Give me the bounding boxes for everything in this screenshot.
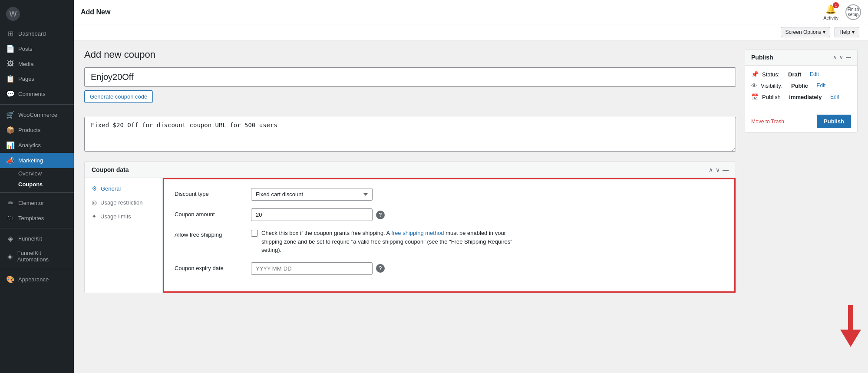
topbar: Add New 🔔 1 Activity Finish setup <box>74 0 868 24</box>
sidebar-item-products[interactable]: 📦 Products <box>0 122 74 138</box>
publish-panel-title: Publish <box>751 54 773 61</box>
sidebar-label-comments: Comments <box>18 91 46 97</box>
tab-general[interactable]: ⚙ General <box>85 182 162 195</box>
topbar-right: 🔔 1 Activity Finish setup <box>823 4 861 20</box>
pages-icon: 📋 <box>6 75 15 83</box>
discount-type-select[interactable]: Percentage discount Fixed cart discount … <box>251 188 373 201</box>
sidebar-item-dashboard[interactable]: ⊞ Dashboard <box>0 26 74 41</box>
usage-restriction-tab-icon: ◎ <box>92 199 97 206</box>
sidebar-divider-1 <box>0 104 74 105</box>
sidebar: W ⊞ Dashboard 📄 Posts 🖼 Media 📋 Pages 💬 … <box>0 0 74 373</box>
sidebar-item-marketing[interactable]: 📣 Marketing <box>0 153 74 168</box>
sidebar-item-posts[interactable]: 📄 Posts <box>0 41 74 56</box>
expiry-date-control: ? <box>251 262 724 275</box>
screen-options-chevron: ▾ <box>823 29 825 35</box>
page-heading: Add new coupon <box>84 49 736 60</box>
status-icon: 📌 <box>751 71 759 78</box>
publish-time-row: 📅 Publish immediately Edit <box>751 93 851 100</box>
coupon-amount-label: Coupon amount <box>175 208 244 218</box>
sidebar-subitem-coupons[interactable]: Coupons <box>0 179 74 190</box>
overview-label: Overview <box>18 170 42 177</box>
publish-close[interactable]: — <box>846 54 851 60</box>
sidebar-item-comments[interactable]: 💬 Comments <box>0 86 74 102</box>
free-shipping-link[interactable]: free shipping method <box>391 230 444 236</box>
publish-collapse-down[interactable]: ∨ <box>839 54 843 60</box>
analytics-icon: 📊 <box>6 141 15 149</box>
free-shipping-checkbox[interactable] <box>251 230 258 237</box>
coupon-code-input[interactable] <box>84 67 736 87</box>
coupon-amount-input[interactable] <box>251 208 373 221</box>
coupon-amount-help-icon[interactable]: ? <box>376 211 385 219</box>
visibility-label: Visibility: <box>761 83 782 89</box>
expiry-date-input[interactable] <box>251 262 373 275</box>
sidebar-divider-4 <box>0 269 74 269</box>
wordpress-logo: W <box>6 7 20 21</box>
help-button[interactable]: Help ▾ <box>835 27 859 37</box>
topbar-title: Add New <box>81 8 110 16</box>
panel-collapse-up[interactable]: ∧ <box>709 166 713 173</box>
coupon-amount-row: Coupon amount ? <box>175 208 724 221</box>
finish-setup-button[interactable]: Finish setup <box>845 4 861 20</box>
publish-collapse-up[interactable]: ∧ <box>833 54 837 60</box>
sidebar-divider-2 <box>0 192 74 193</box>
expiry-date-help-icon[interactable]: ? <box>376 264 385 273</box>
sidebar-item-woocommerce[interactable]: 🛒 WooCommerce <box>0 107 74 122</box>
generate-coupon-button[interactable]: Generate coupon code <box>84 90 153 103</box>
publish-panel-footer: Move to Trash Publish <box>745 110 857 132</box>
screen-options-button[interactable]: Screen Options ▾ <box>781 27 831 37</box>
content-header: Screen Options ▾ Help ▾ <box>74 24 868 40</box>
coupon-amount-control: ? <box>251 208 724 221</box>
coupons-label: Coupons <box>18 181 43 188</box>
sidebar-item-templates[interactable]: 🗂 Templates <box>0 211 74 225</box>
calendar-icon: 📅 <box>751 93 759 100</box>
visibility-edit-link[interactable]: Edit <box>817 83 826 89</box>
activity-button[interactable]: 🔔 1 Activity <box>823 4 838 20</box>
media-icon: 🖼 <box>6 60 15 68</box>
panel-close[interactable]: — <box>723 166 729 173</box>
sidebar-subitem-overview[interactable]: Overview <box>0 168 74 179</box>
sidebar-label-posts: Posts <box>18 46 33 52</box>
screen-options-label: Screen Options <box>785 29 822 35</box>
activity-label: Activity <box>823 15 838 20</box>
status-edit-link[interactable]: Edit <box>810 71 819 77</box>
sidebar-label-dashboard: Dashboard <box>18 30 46 37</box>
panel-collapse-down[interactable]: ∨ <box>716 166 720 173</box>
sidebar-logo[interactable]: W <box>0 0 74 26</box>
sidebar-item-elementor[interactable]: ✏ Elementor <box>0 195 74 211</box>
tab-usage-restriction[interactable]: ◎ Usage restriction <box>85 195 162 209</box>
free-shipping-description: Check this box if the coupon grants free… <box>261 229 513 254</box>
sidebar-label-media: Media <box>18 61 33 67</box>
publish-time-value: immediately <box>789 94 822 100</box>
sidebar-label-appearance: Appearance <box>18 276 49 283</box>
help-chevron: ▾ <box>852 29 855 35</box>
publish-time-edit-link[interactable]: Edit <box>830 94 839 100</box>
coupon-general-fields: Discount type Percentage discount Fixed … <box>163 178 736 293</box>
sidebar-item-pages[interactable]: 📋 Pages <box>0 71 74 86</box>
sidebar-label-funnelkit: FunnelKit <box>18 235 42 242</box>
usage-restriction-tab-label: Usage restriction <box>100 199 143 206</box>
dashboard-icon: ⊞ <box>6 30 15 38</box>
publish-button[interactable]: Publish <box>817 115 851 128</box>
general-tab-icon: ⚙ <box>92 185 97 192</box>
status-row: 📌 Status: Draft Edit <box>751 71 851 78</box>
sidebar-item-funnelkit-automations[interactable]: ◈ FunnelKit Automations <box>0 246 74 266</box>
move-to-trash-link[interactable]: Move to Trash <box>751 119 784 125</box>
sidebar-item-appearance[interactable]: 🎨 Appearance <box>0 272 74 287</box>
elementor-icon: ✏ <box>6 199 15 207</box>
status-value: Draft <box>788 71 801 78</box>
sidebar-item-funnelkit[interactable]: ◈ FunnelKit <box>0 231 74 246</box>
help-label: Help <box>839 29 850 35</box>
expiry-date-label: Coupon expiry date <box>175 262 244 271</box>
sidebar-item-media[interactable]: 🖼 Media <box>0 56 74 71</box>
tab-usage-limits[interactable]: ✦ Usage limits <box>85 209 162 223</box>
panel-controls: ∧ ∨ — <box>709 166 729 173</box>
templates-icon: 🗂 <box>6 214 15 222</box>
posts-icon: 📄 <box>6 45 15 53</box>
finish-setup-label: Finish setup <box>846 7 860 17</box>
sidebar-right: Publish ∧ ∨ — 📌 Status: Draft <box>745 49 858 133</box>
sidebar-item-analytics[interactable]: 📊 Analytics <box>0 138 74 153</box>
discount-type-row: Discount type Percentage discount Fixed … <box>175 188 724 201</box>
marketing-submenu: Overview Coupons <box>0 168 74 190</box>
publish-time-label: Publish <box>762 94 781 100</box>
coupon-description-field[interactable]: Fixed $20 Off for discount coupon URL fo… <box>84 117 736 152</box>
